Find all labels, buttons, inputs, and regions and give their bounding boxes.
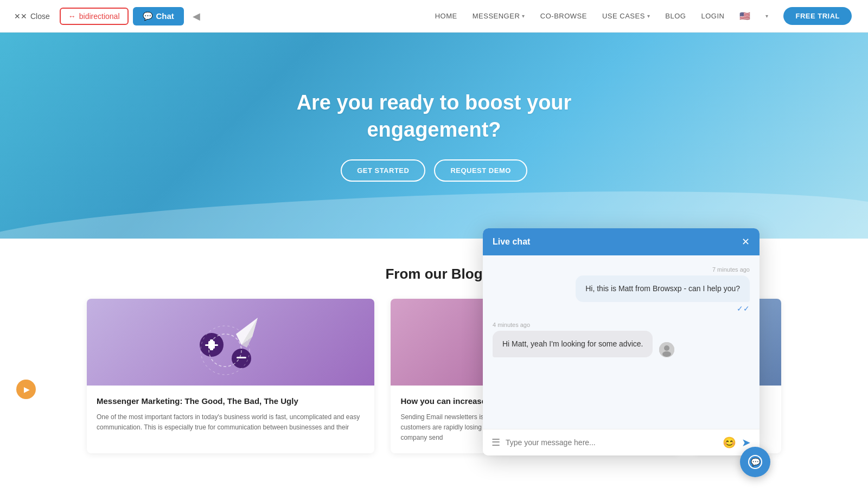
collapse-button[interactable]: ◀ (188, 8, 205, 24)
nav-login[interactable]: LOGIN (701, 12, 724, 20)
menu-icon[interactable]: ☰ (492, 436, 500, 448)
agent-message-bubble: Hi, this is Matt from Browsxp - can I he… (576, 275, 750, 302)
user-message-time: 4 minutes ago (493, 322, 674, 328)
nav-use-cases-label: USE CASES (602, 12, 645, 20)
close-icon: ✕ (14, 12, 27, 21)
nav-messenger[interactable]: MESSENGER ▾ (473, 12, 525, 20)
chat-icon: 💬 (143, 11, 153, 21)
play-icon: ▶ (24, 385, 30, 394)
svg-text:💬: 💬 (751, 458, 761, 467)
chat-input[interactable] (506, 438, 717, 447)
main-nav: HOME MESSENGER ▾ CO-BROWSE USE CASES ▾ B… (228, 0, 868, 33)
nav-messenger-label: MESSENGER (473, 12, 520, 20)
request-demo-button[interactable]: REQUEST DEMO (434, 159, 527, 182)
chat-launcher-icon: 💬 (747, 454, 763, 470)
get-started-button[interactable]: GET STARTED (341, 159, 425, 182)
nav-home[interactable]: HOME (435, 12, 457, 20)
agent-message: 7 minutes ago Hi, this is Matt from Brow… (576, 266, 750, 313)
close-button[interactable]: ✕ Close (9, 9, 55, 24)
chat-launcher-button[interactable]: 💬 (740, 447, 770, 477)
send-button[interactable]: ➤ (742, 436, 751, 449)
toolbar: ✕ Close ↔ bidirectional 💬 Chat ◀ (0, 0, 228, 33)
free-trial-button[interactable]: FREE TRIAL (783, 7, 852, 25)
svg-point-18 (664, 345, 669, 351)
live-chat-widget: Live chat ✕ 7 minutes ago Hi, this is Ma… (483, 228, 760, 455)
nav-blog[interactable]: BLOG (665, 12, 686, 20)
live-chat-close-button[interactable]: ✕ (742, 236, 750, 248)
svg-rect-7 (237, 357, 246, 358)
hero-buttons: GET STARTED REQUEST DEMO (341, 159, 527, 182)
nav-use-cases[interactable]: USE CASES ▾ (602, 12, 650, 20)
hero-title: Are you ready to boost your engagement? (297, 89, 572, 143)
blog-card: Messenger Marketing: The Good, The Bad, … (87, 299, 374, 453)
chevron-down-icon-2: ▾ (647, 13, 650, 19)
user-message-bubble: Hi Matt, yeah I'm looking for some advic… (493, 331, 653, 357)
user-avatar (659, 342, 674, 357)
blog-card-body-1: Messenger Marketing: The Good, The Bad, … (87, 386, 374, 442)
user-message: 4 minutes ago Hi Matt, yeah I'm looking … (493, 322, 674, 357)
chat-button[interactable]: 💬 Chat (133, 7, 184, 25)
blog-illustration-1 (182, 307, 279, 377)
blog-card-title-1: Messenger Marketing: The Good, The Bad, … (97, 395, 365, 407)
bidirectional-label: bidirectional (79, 12, 120, 21)
arrow-icon: ↔ (68, 12, 76, 21)
agent-message-time: 7 minutes ago (576, 266, 750, 273)
hero-section: Are you ready to boost your engagement? … (0, 33, 868, 239)
emoji-icon[interactable]: 😊 (723, 436, 736, 449)
live-chat-input-row: ☰ 😊 ➤ (483, 429, 760, 455)
play-button[interactable]: ▶ (16, 380, 36, 399)
svg-point-19 (662, 351, 671, 357)
nav-cobrowse[interactable]: CO-BROWSE (540, 12, 587, 20)
chat-label: Chat (156, 11, 174, 21)
close-label: Close (30, 12, 50, 21)
live-chat-title: Live chat (493, 237, 530, 247)
chevron-down-icon: ▾ (522, 13, 525, 19)
live-chat-messages: 7 minutes ago Hi, this is Matt from Brow… (483, 255, 760, 429)
blog-card-text-1: One of the most important factors in tod… (97, 412, 365, 433)
message-ticks: ✓✓ (576, 304, 750, 313)
language-chevron: ▾ (765, 13, 768, 19)
bidirectional-button[interactable]: ↔ bidirectional (60, 8, 129, 25)
live-chat-header: Live chat ✕ (483, 228, 760, 255)
blog-card-image-1 (87, 299, 374, 386)
language-flag[interactable]: 🇺🇸 (739, 11, 750, 21)
